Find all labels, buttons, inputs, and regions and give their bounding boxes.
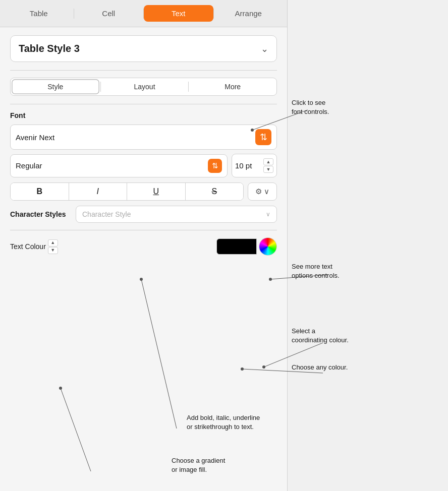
annotation-font-controls-text: Click to seefont controls. (292, 98, 329, 116)
gear-icon: ⚙ (255, 187, 262, 196)
character-styles-row: Character Styles Character Style ∨ (10, 206, 277, 223)
format-buttons-group: B I U S (10, 182, 244, 201)
italic-button[interactable]: I (69, 183, 128, 200)
divider-3 (10, 230, 277, 230)
divider-2 (10, 104, 277, 104)
panel-content: Table Style 3 ⌄ Style Layout More Font A… (0, 27, 287, 491)
annotation-font-controls: Click to seefont controls. (292, 98, 329, 116)
updown-arrows-icon: ⇅ (260, 132, 267, 143)
sub-tab-bar: Style Layout More (10, 78, 277, 96)
colour-swatch[interactable] (216, 238, 257, 255)
tab-text[interactable]: Text (144, 5, 213, 22)
more-options-button[interactable]: ⚙ ∨ (248, 182, 277, 201)
underline-button[interactable]: U (127, 183, 186, 200)
font-name-stepper[interactable]: ⇅ (255, 129, 271, 145)
annotation-any-colour-text: Choose any colour. (292, 363, 348, 372)
bold-button[interactable]: B (11, 183, 69, 200)
strikethrough-button[interactable]: S (186, 183, 244, 200)
font-size-box: 10 pt ▲ ▼ (232, 154, 277, 177)
text-colour-label: Text Colour (10, 242, 46, 251)
style-selector-label: Table Style 3 (19, 43, 80, 54)
text-colour-stepper-down[interactable]: ▼ (48, 247, 58, 254)
font-style-stepper[interactable]: ⇅ (208, 159, 222, 173)
colour-wheel-button[interactable] (259, 237, 277, 256)
text-colour-label-wrapper: Text Colour ▲ ▼ (10, 239, 86, 254)
updown-arrows-small-icon: ⇅ (212, 161, 218, 170)
annotation-coordinating: Select acoordinating colour. (292, 327, 349, 345)
font-style-text: Regular (16, 161, 42, 170)
main-container: Table Cell Text Arrange Table Style 3 ⌄ … (0, 0, 448, 491)
font-name-text: Avenir Next (16, 133, 54, 142)
character-style-select[interactable]: Character Style ∨ (76, 206, 277, 223)
divider-1 (10, 70, 277, 71)
text-colour-row: Text Colour ▲ ▼ (10, 237, 277, 256)
format-row: B I U S ⚙ ∨ (10, 182, 277, 201)
annotations-layer: Click to seefont controls. See more text… (288, 0, 448, 491)
style-selector[interactable]: Table Style 3 ⌄ (10, 35, 277, 62)
tab-arrange[interactable]: Arrange (214, 5, 284, 22)
character-styles-label: Character Styles (10, 210, 71, 218)
sub-tab-layout[interactable]: Layout (101, 79, 189, 94)
font-size-text: 10 pt (235, 161, 252, 170)
font-name-row: Avenir Next ⇅ (10, 125, 277, 150)
annotation-more-text-text: See more textoptions controls. (292, 262, 340, 280)
tab-cell[interactable]: Cell (74, 5, 144, 22)
annotation-coordinating-text: Select acoordinating colour. (292, 327, 349, 345)
tab-table[interactable]: Table (4, 5, 74, 22)
chevron-down-icon: ⌄ (261, 43, 268, 54)
sub-tab-style[interactable]: Style (12, 79, 99, 94)
tab-bar: Table Cell Text Arrange (0, 0, 287, 27)
character-style-placeholder: Character Style (82, 210, 131, 218)
character-style-chevron-icon: ∨ (266, 211, 270, 218)
sub-tab-more[interactable]: More (189, 79, 276, 94)
font-section-label: Font (10, 111, 277, 119)
colour-controls (216, 237, 277, 256)
font-size-stepper: ▲ ▼ (263, 158, 273, 173)
text-colour-stepper-up[interactable]: ▲ (48, 239, 58, 247)
annotation-any-colour: Choose any colour. (292, 363, 348, 372)
more-options-chevron-icon: ∨ (264, 187, 269, 196)
font-style-size-row: Regular ⇅ 10 pt ▲ ▼ (10, 154, 277, 177)
font-size-down-button[interactable]: ▼ (263, 166, 273, 173)
text-colour-stepper: ▲ ▼ (48, 239, 58, 254)
font-size-up-button[interactable]: ▲ (263, 158, 273, 165)
font-style-select[interactable]: Regular ⇅ (10, 154, 228, 177)
inspector-panel: Table Cell Text Arrange Table Style 3 ⌄ … (0, 0, 288, 491)
annotation-more-text: See more textoptions controls. (292, 262, 340, 280)
